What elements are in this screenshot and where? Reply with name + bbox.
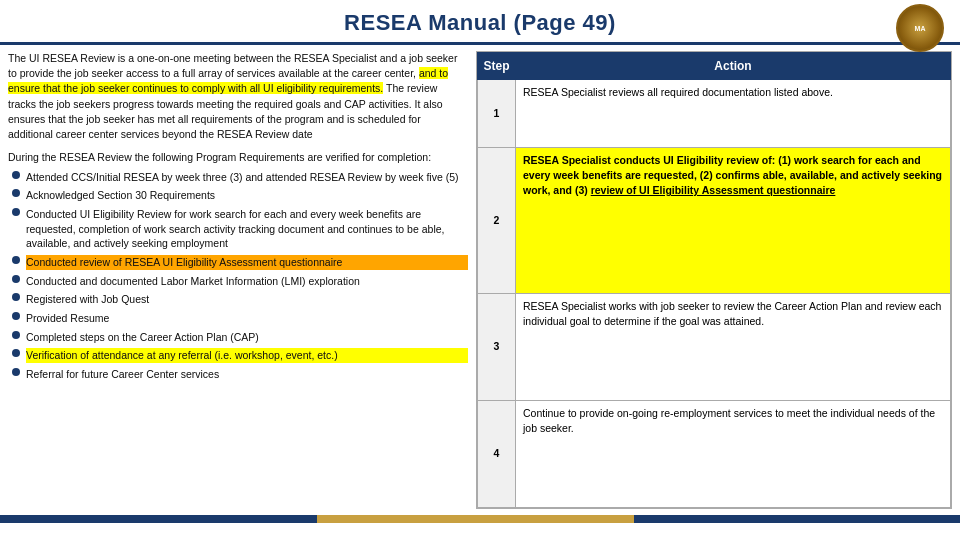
intro-paragraph: The UI RESEA Review is a one-on-one meet… [8, 51, 468, 142]
bullet-text: Acknowledged Section 30 Requirements [26, 188, 468, 203]
bullet-icon [12, 189, 20, 197]
bullet-text: Conducted UI Eligibility Review for work… [26, 207, 468, 251]
action-bold: RESEA Specialist conducts UI Eligibility… [523, 154, 942, 196]
action-text: RESEA Specialist reviews all required do… [516, 80, 951, 148]
program-requirements-section: During the RESEA Review the following Pr… [8, 150, 468, 165]
bullet-text-highlighted: Verification of attendance at any referr… [26, 348, 468, 363]
action-table: Step Action 1 RESEA Specialist reviews a… [477, 52, 951, 508]
bullet-icon [12, 312, 20, 320]
page-title: RESEA Manual (Page 49) [0, 10, 960, 36]
left-column: The UI RESEA Review is a one-on-one meet… [8, 51, 468, 509]
bullet-text: Completed steps on the Career Action Pla… [26, 330, 468, 345]
table-header-action: Action [516, 53, 951, 80]
bullet-icon [12, 208, 20, 216]
step-number: 1 [478, 80, 516, 148]
bullet-icon [12, 349, 20, 357]
action-text-highlighted: RESEA Specialist conducts UI Eligibility… [516, 147, 951, 293]
bullet-icon [12, 171, 20, 179]
bullet-text: Provided Resume [26, 311, 468, 326]
action-text: Continue to provide on-going re-employme… [516, 400, 951, 507]
list-item: Conducted UI Eligibility Review for work… [12, 207, 468, 251]
page-wrapper: RESEA Manual (Page 49) MA The UI RESEA R… [0, 0, 960, 523]
state-seal: MA [896, 4, 944, 52]
bullet-icon [12, 275, 20, 283]
program-reqs-title: During the RESEA Review the following Pr… [8, 150, 468, 165]
main-content: The UI RESEA Review is a one-on-one meet… [0, 45, 960, 513]
step-number: 3 [478, 293, 516, 400]
bullet-text-highlighted: Conducted review of RESEA UI Eligibility… [26, 255, 468, 270]
table-header-step: Step [478, 53, 516, 80]
step-number: 4 [478, 400, 516, 507]
list-item: Conducted and documented Labor Market In… [12, 274, 468, 289]
list-item: Registered with Job Quest [12, 292, 468, 307]
table-row: 3 RESEA Specialist works with job seeker… [478, 293, 951, 400]
table-row: 1 RESEA Specialist reviews all required … [478, 80, 951, 148]
list-item: Conducted review of RESEA UI Eligibility… [12, 255, 468, 270]
list-item: Referral for future Career Center servic… [12, 367, 468, 382]
bullet-list: Attended CCS/Initial RESEA by week three… [8, 170, 468, 382]
bullet-icon [12, 256, 20, 264]
bullet-text: Referral for future Career Center servic… [26, 367, 468, 382]
table-row: 2 RESEA Specialist conducts UI Eligibili… [478, 147, 951, 293]
action-text: RESEA Specialist works with job seeker t… [516, 293, 951, 400]
list-item: Acknowledged Section 30 Requirements [12, 188, 468, 203]
bullet-text: Conducted and documented Labor Market In… [26, 274, 468, 289]
bullet-text: Registered with Job Quest [26, 292, 468, 307]
list-item: Completed steps on the Career Action Pla… [12, 330, 468, 345]
list-item: Attended CCS/Initial RESEA by week three… [12, 170, 468, 185]
list-item: Provided Resume [12, 311, 468, 326]
footer-bar [0, 515, 960, 523]
list-item: Verification of attendance at any referr… [12, 348, 468, 363]
intro-text-1: The UI RESEA Review is a one-on-one meet… [8, 52, 457, 79]
action-table-container: Step Action 1 RESEA Specialist reviews a… [476, 51, 952, 509]
step-number: 2 [478, 147, 516, 293]
table-row: 4 Continue to provide on-going re-employ… [478, 400, 951, 507]
page-header: RESEA Manual (Page 49) MA [0, 0, 960, 45]
bullet-icon [12, 293, 20, 301]
bullet-icon [12, 331, 20, 339]
bullet-text: Attended CCS/Initial RESEA by week three… [26, 170, 468, 185]
bullet-icon [12, 368, 20, 376]
